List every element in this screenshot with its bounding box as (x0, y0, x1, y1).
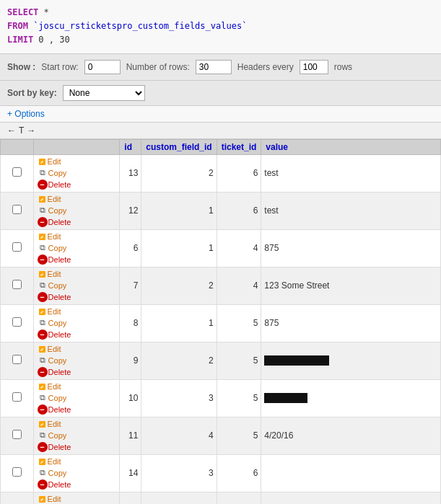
sql-from-keyword: FROM (7, 21, 28, 31)
row-checkbox[interactable] (12, 242, 22, 252)
redacted-value (264, 355, 329, 366)
sql-limit-keyword: LIMIT (7, 35, 33, 45)
copy-button[interactable]: ⧉Copy (37, 392, 68, 404)
edit-button[interactable]: Edit (37, 456, 62, 467)
redacted-value (264, 393, 307, 403)
actions-cell: Edit⧉Copy−Delete (33, 454, 120, 492)
nav-right-arrow[interactable]: → (27, 125, 35, 136)
sort-select[interactable]: None id custom_field_id ticket_id value (63, 85, 145, 101)
col-header-ticket-id[interactable]: ticket_id (217, 139, 261, 154)
copy-button[interactable]: ⧉Copy (37, 242, 68, 254)
start-row-label: Start row: (41, 62, 78, 72)
delete-button[interactable]: −Delete (37, 479, 72, 490)
cell-ticket-id: 6 (217, 454, 261, 492)
sql-display: SELECT * FROM `joscu_rsticketspro_custom… (0, 0, 441, 54)
cell-id: 13 (120, 154, 141, 192)
cell-id: 9 (120, 342, 141, 379)
nav-t-symbol[interactable]: T (19, 125, 24, 136)
row-checkbox[interactable] (12, 205, 22, 214)
sql-limit-values: 0 , 30 (33, 35, 70, 45)
col-header-checkbox (1, 139, 34, 154)
cell-custom-field-id: 4 (141, 492, 217, 504)
row-checkbox[interactable] (12, 167, 22, 177)
delete-button[interactable]: −Delete (37, 329, 72, 340)
num-rows-label: Number of rows: (126, 62, 190, 72)
edit-button[interactable]: Edit (37, 269, 62, 280)
copy-button[interactable]: ⧉Copy (37, 467, 68, 479)
cell-value (261, 379, 441, 417)
nav-left-arrow[interactable]: ← (7, 125, 16, 136)
actions-cell: Edit⧉Copy−Delete (33, 267, 120, 304)
delete-icon: − (38, 442, 48, 452)
col-header-id[interactable]: id (120, 139, 141, 154)
cell-value: 875 (261, 304, 441, 342)
table-row: Edit⧉Copy−Delete1546 (1, 492, 441, 504)
actions-cell: Edit⧉Copy−Delete (33, 304, 120, 342)
headers-every-input[interactable] (300, 60, 328, 74)
delete-button[interactable]: −Delete (37, 404, 72, 415)
delete-button[interactable]: −Delete (37, 254, 72, 265)
edit-button[interactable]: Edit (37, 231, 62, 242)
options-link[interactable]: + Options (7, 109, 45, 119)
delete-icon: − (38, 255, 48, 265)
table-row: Edit⧉Copy−Delete1326test (1, 154, 441, 192)
row-checkbox[interactable] (12, 467, 22, 477)
delete-button[interactable]: −Delete (37, 366, 72, 378)
sql-table-name: `joscu_rsticketspro_custom_fields_values… (33, 21, 247, 31)
cell-id: 14 (120, 454, 141, 492)
table-row: Edit⧉Copy−Delete1035 (1, 379, 441, 417)
cell-ticket-id: 5 (217, 417, 261, 454)
rows-label: rows (334, 62, 352, 72)
cell-id: 10 (120, 379, 141, 417)
delete-icon: − (38, 330, 48, 340)
num-rows-input[interactable] (196, 60, 232, 74)
copy-button[interactable]: ⧉Copy (37, 430, 68, 441)
cell-custom-field-id: 2 (141, 342, 217, 379)
table-row: Edit⧉Copy−Delete724123 Some Street (1, 267, 441, 304)
edit-button[interactable]: Edit (37, 306, 62, 317)
cell-id: 15 (120, 492, 141, 504)
sort-bar: Sort by key: None id custom_field_id tic… (0, 81, 441, 106)
cell-ticket-id: 6 (217, 192, 261, 229)
delete-button[interactable]: −Delete (37, 216, 72, 228)
cell-ticket-id: 5 (217, 342, 261, 379)
start-row-input[interactable] (84, 60, 121, 74)
cell-custom-field-id: 4 (141, 417, 217, 454)
delete-icon: − (38, 292, 48, 302)
cell-ticket-id: 5 (217, 304, 261, 342)
cell-value: 875 (261, 229, 441, 267)
edit-button[interactable]: Edit (37, 344, 62, 355)
row-checkbox[interactable] (12, 430, 22, 439)
copy-button[interactable]: ⧉Copy (37, 355, 68, 366)
actions-cell: Edit⧉Copy−Delete (33, 192, 120, 229)
row-checkbox[interactable] (12, 392, 22, 402)
delete-button[interactable]: −Delete (37, 291, 72, 303)
delete-icon: − (38, 367, 48, 377)
cell-id: 12 (120, 192, 141, 229)
cell-ticket-id: 5 (217, 379, 261, 417)
copy-button[interactable]: ⧉Copy (37, 167, 68, 179)
edit-button[interactable]: Edit (37, 156, 62, 167)
delete-button[interactable]: −Delete (37, 179, 72, 190)
col-header-custom-field-id[interactable]: custom_field_id (141, 139, 217, 154)
row-checkbox[interactable] (12, 317, 22, 327)
edit-button[interactable]: Edit (37, 419, 62, 430)
delete-button[interactable]: −Delete (37, 441, 72, 453)
cell-custom-field-id: 2 (141, 154, 217, 192)
copy-button[interactable]: ⧉Copy (37, 280, 68, 291)
row-checkbox[interactable] (12, 280, 22, 289)
edit-button[interactable]: Edit (37, 381, 62, 392)
cell-value (261, 492, 441, 504)
col-header-value[interactable]: value (261, 139, 441, 154)
edit-button[interactable]: Edit (37, 194, 62, 205)
cell-custom-field-id: 1 (141, 229, 217, 267)
copy-button[interactable]: ⧉Copy (37, 205, 68, 216)
edit-button[interactable]: Edit (37, 494, 62, 504)
cell-id: 11 (120, 417, 141, 454)
actions-cell: Edit⧉Copy−Delete (33, 379, 120, 417)
cell-ticket-id: 6 (217, 154, 261, 192)
actions-cell: Edit⧉Copy−Delete (33, 229, 120, 267)
copy-button[interactable]: ⧉Copy (37, 317, 68, 329)
row-checkbox[interactable] (12, 355, 22, 364)
delete-icon: − (38, 404, 48, 415)
